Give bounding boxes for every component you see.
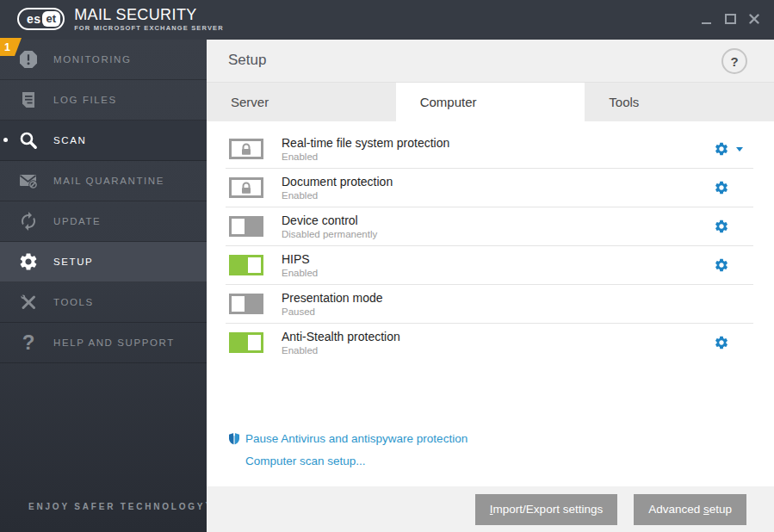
page-header: Setup ? [207, 40, 774, 83]
sidebar-item-monitoring[interactable]: MONITORING [0, 40, 207, 80]
module-title: Anti-Stealth protection [282, 330, 400, 343]
maximize-icon [725, 14, 736, 24]
module-text: Anti-Stealth protection Enabled [282, 330, 400, 356]
module-text: Document protection Enabled [282, 175, 393, 201]
sidebar-item-label: SETUP [53, 257, 93, 267]
sidebar-item-help-and-support[interactable]: ? HELP AND SUPPORT [0, 323, 207, 363]
sidebar-item-label: UPDATE [53, 216, 101, 226]
module-text: Device control Disabled permanently [282, 213, 377, 239]
eset-logo-box: et [42, 11, 61, 27]
refresh-icon [17, 210, 40, 232]
sidebar-item-label: MONITORING [53, 54, 132, 65]
close-icon [749, 14, 759, 24]
sidebar-item-scan[interactable]: SCAN [0, 121, 207, 161]
gear-button[interactable] [714, 141, 729, 157]
mail-blocked-icon [17, 170, 40, 192]
import-export-settings-button[interactable]: Import/Export settings [475, 494, 617, 525]
gear-button[interactable] [714, 257, 729, 273]
module-text: Real-time file system protection Enabled [282, 136, 449, 162]
module-title: HIPS [282, 252, 318, 266]
module-status: Enabled [282, 152, 449, 162]
app-window: es et MAIL SECURITY FOR MICROSOFT EXCHAN… [0, 0, 774, 532]
tools-icon [17, 291, 40, 313]
help-button[interactable]: ? [721, 48, 747, 74]
tab-tools[interactable]: Tools [585, 83, 774, 121]
toggle-knob [248, 335, 261, 350]
slogan: ENJOY SAFER TECHNOLOGY™ [28, 501, 212, 511]
module-row-hips: HIPS Enabled [226, 246, 753, 285]
tab-bar: Server Computer Tools [207, 83, 774, 121]
sidebar-item-log-files[interactable]: LOG FILES [0, 80, 207, 121]
gear-dropdown-arrow[interactable] [736, 147, 743, 152]
eset-logo-pill: es et [17, 8, 65, 30]
gear-button[interactable] [714, 335, 729, 350]
toggle-knob [232, 296, 245, 312]
sidebar-item-label: SCAN [53, 135, 86, 145]
gear-button[interactable] [714, 219, 729, 234]
quick-links: Pause Antivirus and antispyware protecti… [227, 427, 467, 472]
module-title: Document protection [282, 175, 393, 189]
magnifier-icon [17, 129, 40, 152]
eset-logo-text: es [27, 13, 41, 25]
sidebar: 1 MONITORING LOG FILES SCAN MAIL QUARA [0, 40, 207, 532]
sidebar-item-label: HELP AND SUPPORT [53, 337, 175, 348]
page-title: Setup [228, 52, 266, 69]
module-row-anti-stealth: Anti-Stealth protection Enabled [226, 324, 753, 362]
module-row-presentation-mode: Presentation mode Paused [226, 285, 753, 324]
main-panel: Setup ? Server Computer Tools Real-time … [207, 40, 774, 532]
alert-octagon-icon [17, 48, 40, 71]
module-status: Enabled [282, 268, 318, 278]
shield-icon [227, 431, 241, 446]
toggle-knob [232, 219, 245, 234]
hover-dot-indicator [3, 138, 8, 142]
computer-scan-setup-link-label: Computer scan setup... [245, 455, 366, 467]
sidebar-item-mail-quarantine[interactable]: MAIL QUARANTINE [0, 161, 207, 201]
computer-scan-setup-link[interactable]: Computer scan setup... [227, 449, 467, 472]
module-text: HIPS Enabled [282, 252, 318, 278]
lock-icon[interactable] [229, 177, 263, 198]
eset-logo: es et MAIL SECURITY FOR MICROSOFT EXCHAN… [17, 7, 224, 32]
sidebar-item-label: LOG FILES [53, 95, 117, 105]
product-name-block: MAIL SECURITY FOR MICROSOFT EXCHANGE SER… [74, 7, 224, 32]
toggle-knob [248, 257, 261, 273]
sidebar-item-setup[interactable]: SETUP [0, 242, 207, 282]
product-title: MAIL SECURITY [74, 7, 224, 23]
bottom-action-bar: Import/Export settings Advanced setup [207, 486, 774, 532]
module-row-realtime-protection: Real-time file system protection Enabled [226, 130, 753, 169]
module-text: Presentation mode Paused [282, 291, 383, 317]
module-title: Presentation mode [282, 291, 383, 305]
title-bar: es et MAIL SECURITY FOR MICROSOFT EXCHAN… [0, 0, 774, 40]
product-subtitle: FOR MICROSOFT EXCHANGE SERVER [74, 24, 224, 32]
gear-button[interactable] [714, 180, 729, 195]
toggle-off[interactable] [229, 294, 263, 314]
module-row-document-protection: Document protection Enabled [226, 169, 753, 207]
maximize-button[interactable] [721, 9, 740, 29]
question-icon: ? [17, 331, 40, 354]
window-controls [697, 9, 764, 29]
minimize-button[interactable] [697, 9, 715, 29]
sidebar-item-tools[interactable]: TOOLS [0, 282, 207, 323]
close-button[interactable] [745, 9, 764, 29]
module-list: Real-time file system protection Enabled… [226, 130, 753, 362]
tab-computer[interactable]: Computer [396, 83, 585, 121]
module-status: Paused [282, 306, 383, 317]
module-status: Enabled [282, 190, 393, 201]
sidebar-item-label: TOOLS [53, 297, 94, 307]
pause-antivirus-link-label: Pause Antivirus and antispyware protecti… [245, 432, 467, 445]
lock-icon[interactable] [229, 139, 263, 159]
module-status: Disabled permanently [282, 229, 377, 239]
toggle-off[interactable] [229, 216, 263, 237]
question-icon: ? [730, 54, 738, 69]
module-title: Device control [282, 213, 377, 227]
advanced-setup-button[interactable]: Advanced setup [634, 494, 746, 525]
module-row-device-control: Device control Disabled permanently [226, 207, 753, 246]
tab-server[interactable]: Server [207, 83, 396, 121]
pause-antivirus-link[interactable]: Pause Antivirus and antispyware protecti… [227, 427, 467, 449]
minimize-icon [702, 22, 711, 24]
log-files-icon [17, 89, 40, 111]
module-title: Real-time file system protection [282, 136, 449, 150]
toggle-on[interactable] [229, 255, 263, 275]
toggle-on[interactable] [229, 332, 263, 353]
sidebar-item-update[interactable]: UPDATE [0, 201, 207, 242]
sidebar-item-label: MAIL QUARANTINE [53, 176, 164, 186]
